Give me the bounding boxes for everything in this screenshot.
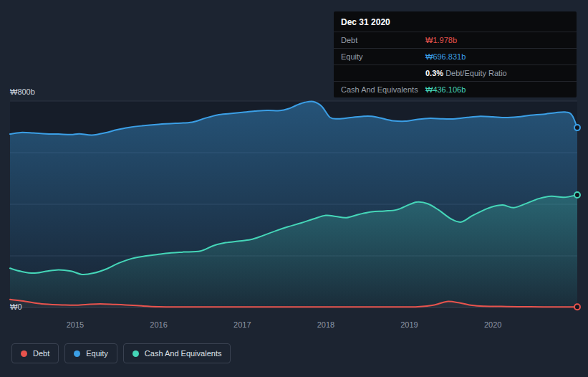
equity-color-dot [74, 350, 80, 357]
tooltip-cash-value: ₩436.106b [425, 85, 466, 95]
tooltip-debt-label: Debt [341, 35, 425, 45]
x-tick-label: 2016 [150, 320, 167, 329]
tooltip-row-ratio: 0.3% Debt/Equity Ratio [334, 65, 577, 81]
x-tick-label: 2017 [233, 320, 251, 329]
y-tick-label: ₩800b [10, 87, 35, 96]
tooltip: Dec 31 2020 Debt ₩1.978b Equity ₩696.831… [334, 11, 577, 97]
tooltip-row-debt: Debt ₩1.978b [334, 32, 577, 48]
tooltip-date: Dec 31 2020 [334, 11, 577, 32]
tooltip-row-cash: Cash And Equivalents ₩436.106b [334, 81, 577, 97]
debt-end-marker [574, 304, 580, 310]
tooltip-cash-label: Cash And Equivalents [341, 85, 425, 95]
legend-item-equity[interactable]: Equity [64, 343, 117, 363]
chart-legend: Debt Equity Cash And Equivalents [11, 343, 231, 363]
tooltip-equity-label: Equity [341, 52, 425, 62]
legend-label-equity: Equity [86, 349, 108, 358]
legend-item-debt[interactable]: Debt [11, 343, 59, 363]
cash-color-dot [132, 350, 139, 357]
legend-label-debt: Debt [33, 349, 49, 358]
tooltip-ratio-percent: 0.3% [425, 69, 443, 77]
y-tick-label: ₩0 [10, 302, 22, 311]
legend-item-cash[interactable]: Cash And Equivalents [123, 343, 231, 363]
equity-end-marker [574, 125, 580, 130]
x-tick-label: 2015 [67, 320, 84, 329]
tooltip-ratio-caption: Debt/Equity Ratio [443, 69, 507, 77]
debt-color-dot [21, 350, 27, 357]
tooltip-equity-value: ₩696.831b [425, 52, 466, 62]
x-tick-label: 2019 [400, 320, 418, 329]
x-tick-label: 2020 [484, 320, 501, 329]
cash-and-equivalents-end-marker [574, 192, 580, 198]
tooltip-row-equity: Equity ₩696.831b [334, 48, 577, 65]
tooltip-debt-value: ₩1.978b [425, 35, 457, 45]
x-tick-label: 2018 [317, 320, 334, 329]
legend-label-cash: Cash And Equivalents [145, 349, 222, 358]
tooltip-ratio-value: 0.3% Debt/Equity Ratio [425, 68, 507, 78]
